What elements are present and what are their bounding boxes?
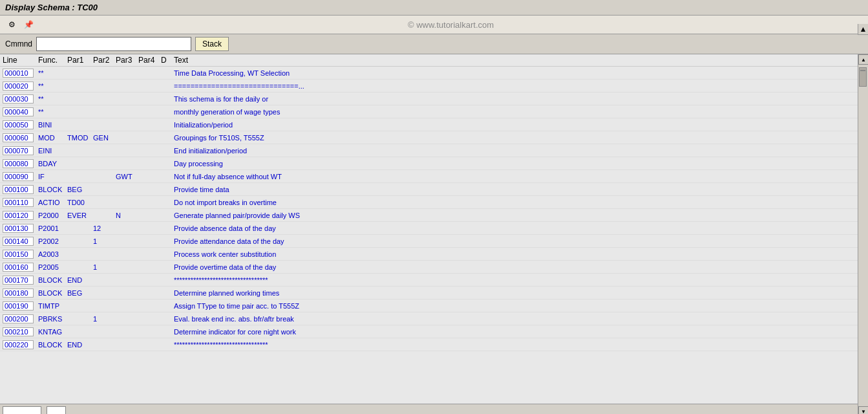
cell-line-6: 000070: [3, 146, 34, 155]
cell-par1-11: EVER: [67, 212, 93, 219]
cell-line-21: 000220: [3, 340, 34, 349]
cell-line-15: 000160: [3, 263, 34, 272]
table-row[interactable]: 000040 ** monthly generation of wage typ…: [0, 105, 868, 118]
table-row[interactable]: 000010 ** Time Data Processing, WT Selec…: [0, 67, 868, 80]
table-row[interactable]: 000180 BLOCK BEG Determine planned worki…: [0, 287, 868, 300]
table-row[interactable]: 000170 BLOCK END ***********************…: [0, 274, 868, 287]
cell-par2-13: 1: [93, 237, 116, 245]
cell-func-5: MOD: [38, 134, 67, 142]
cell-text-12: Provide absence data of the day: [174, 224, 865, 232]
scroll-grip: [860, 70, 865, 71]
settings-icon[interactable]: ⚙: [5, 18, 18, 31]
table-row[interactable]: 000110 ACTIO TD00 Do not import breaks i…: [0, 196, 868, 209]
cell-line-4: 000050: [3, 120, 34, 129]
bottom-item-2: [47, 406, 66, 415]
cell-text-4: Initialization/period: [174, 121, 865, 129]
cell-text-18: Assign TType to time pair acc. to T555Z: [174, 302, 865, 310]
table-row[interactable]: 000150 A2003 Process work center substit…: [0, 248, 868, 261]
cell-text-16: **********************************: [174, 276, 865, 284]
cell-line-1: 000020: [3, 82, 34, 91]
cell-par1-5: TMOD: [67, 134, 93, 142]
cell-par3-8: GWT: [116, 173, 138, 180]
cell-line-19: 000200: [3, 314, 34, 323]
cell-func-3: **: [38, 108, 67, 116]
cell-func-7: BDAY: [38, 160, 67, 168]
cell-line-2: 000030: [3, 94, 34, 104]
cell-func-19: PBRKS: [38, 315, 67, 323]
cell-line-20: 000210: [3, 327, 34, 336]
cell-func-20: KNTAG: [38, 328, 67, 336]
cell-func-15: P2005: [38, 263, 67, 271]
scroll-down[interactable]: ▼: [858, 406, 868, 414]
table-row[interactable]: 000060 MOD TMOD GEN Groupings for T510S,…: [0, 131, 868, 144]
cell-line-11: 000120: [3, 211, 34, 220]
table-row[interactable]: 000020 ** ==============================…: [0, 80, 868, 93]
cell-line-18: 000190: [3, 301, 34, 310]
cell-par3-11: N: [116, 212, 138, 219]
column-headers: Line Func. Par1 Par2 Par3 Par4 D Text: [0, 54, 868, 67]
cell-text-14: Process work center substitution: [174, 250, 865, 258]
cell-text-15: Provide overtime data of the day: [174, 263, 865, 271]
title-bar: Display Schema : TC00: [0, 0, 868, 16]
cell-func-0: **: [38, 69, 67, 77]
cell-text-11: Generate planned pair/provide daily WS: [174, 212, 865, 219]
cell-func-9: BLOCK: [38, 186, 67, 193]
toolbar: ⚙ 📌 © www.tutorialkart.com: [0, 16, 868, 34]
cell-func-13: P2002: [38, 237, 67, 245]
col-header-par2: Par2: [93, 56, 116, 65]
table-row[interactable]: 000130 P2001 12 Provide absence data of …: [0, 222, 868, 235]
table-row[interactable]: 000190 TIMTP Assign TType to time pair a…: [0, 300, 868, 312]
cell-text-19: Eval. break end inc. abs. bfr/aftr break: [174, 315, 865, 323]
cell-line-17: 000180: [3, 289, 34, 298]
cell-text-9: Provide time data: [174, 186, 865, 193]
command-input[interactable]: [36, 37, 191, 51]
cell-func-14: A2003: [38, 250, 67, 258]
table-row[interactable]: 000050 BINI Initialization/period: [0, 118, 868, 131]
cell-func-4: BINI: [38, 121, 67, 129]
cell-line-0: 000010: [3, 69, 34, 78]
cell-line-3: 000040: [3, 107, 34, 116]
cell-text-13: Provide attendance data of the day: [174, 237, 865, 245]
cell-par1-16: END: [67, 276, 93, 284]
table-row[interactable]: 000220 BLOCK END ***********************…: [0, 338, 868, 351]
cell-line-8: 000090: [3, 172, 34, 181]
cell-text-6: End initialization/period: [174, 147, 865, 155]
scroll-up-arrow[interactable]: ▲: [858, 24, 868, 35]
col-header-par3: Par3: [116, 56, 138, 65]
cell-line-9: 000100: [3, 185, 34, 194]
cell-line-16: 000170: [3, 276, 34, 285]
table-row[interactable]: 000100 BLOCK BEG Provide time data: [0, 183, 868, 196]
title-text: Display Schema : TC00: [5, 3, 98, 12]
stack-button[interactable]: Stack: [195, 37, 229, 51]
cell-par1-10: TD00: [67, 199, 93, 206]
rows-container: 000010 ** Time Data Processing, WT Selec…: [0, 67, 868, 351]
col-header-line: Line: [3, 56, 38, 65]
scroll-up[interactable]: ▲: [858, 54, 868, 65]
cell-func-6: EINI: [38, 147, 67, 155]
col-header-par4: Par4: [138, 56, 161, 65]
cell-func-2: **: [38, 95, 67, 103]
bottom-item-1: [3, 406, 41, 415]
table-row[interactable]: 000030 ** This schema is for the daily o…: [0, 93, 868, 105]
cell-par2-19: 1: [93, 315, 116, 323]
table-row[interactable]: 000120 P2000 EVER N Generate planned pai…: [0, 209, 868, 222]
cell-func-8: IF: [38, 173, 67, 180]
cell-text-17: Determine planned working times: [174, 289, 865, 297]
cell-text-2: This schema is for the daily or: [174, 95, 865, 103]
table-row[interactable]: 000090 IF GWT Not if full-day absence wi…: [0, 170, 868, 183]
pin-icon[interactable]: 📌: [22, 18, 35, 31]
cell-par1-21: END: [67, 341, 93, 349]
cell-text-0: Time Data Processing, WT Selection: [174, 69, 865, 77]
cell-func-12: P2001: [38, 224, 67, 232]
cell-func-21: BLOCK: [38, 341, 67, 349]
table-row[interactable]: 000080 BDAY Day processing: [0, 157, 868, 170]
cell-func-17: BLOCK: [38, 289, 67, 297]
table-row[interactable]: 000210 KNTAG Determine indicator for cor…: [0, 325, 868, 338]
table-row[interactable]: 000070 EINI End initialization/period: [0, 144, 868, 157]
table-row[interactable]: 000140 P2002 1 Provide attendance data o…: [0, 235, 868, 248]
scrollbar: ▲ ▼: [858, 54, 868, 414]
table-row[interactable]: 000200 PBRKS 1 Eval. break end inc. abs.…: [0, 312, 868, 325]
table-row[interactable]: 000160 P2005 1 Provide overtime data of …: [0, 261, 868, 274]
scroll-track: [858, 65, 868, 406]
cell-text-1: ==============================...: [174, 82, 865, 90]
